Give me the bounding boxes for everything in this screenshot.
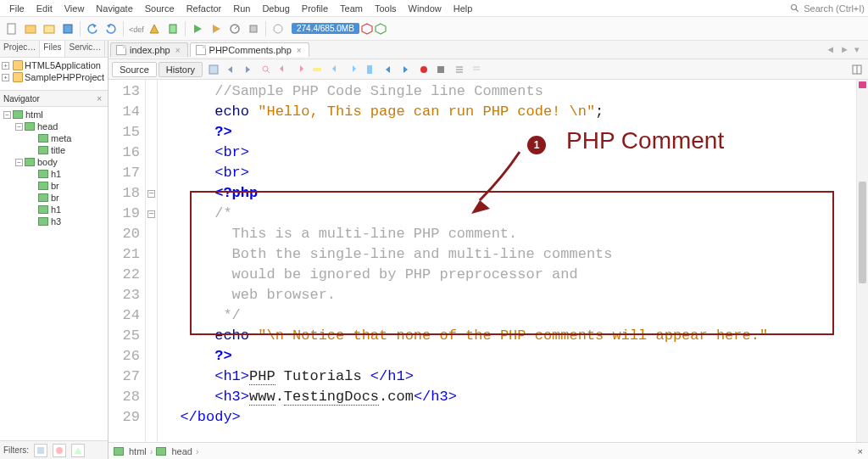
menu-profile[interactable]: Profile [296, 2, 334, 15]
build-button[interactable] [146, 20, 163, 37]
menu-help[interactable]: Help [448, 2, 479, 15]
expand-icon[interactable]: − [15, 123, 23, 131]
code-line[interactable]: <h1>PHP Tutorials </h1> [163, 367, 856, 387]
navigator-node[interactable]: br [2, 180, 106, 192]
find-prev-button[interactable] [275, 62, 291, 77]
find-selection-button[interactable] [259, 62, 274, 77]
filter-button-2[interactable] [53, 444, 66, 457]
redo-button[interactable] [103, 20, 120, 37]
split-button[interactable] [849, 62, 865, 77]
expand-icon[interactable]: + [2, 74, 9, 81]
code-line[interactable]: Both the single-line and multi-line comm… [163, 244, 856, 265]
close-icon[interactable]: × [295, 46, 303, 55]
menu-navigate[interactable]: Navigate [90, 2, 138, 15]
projects-tab[interactable]: Projec… [0, 41, 40, 57]
macro-record-button[interactable] [416, 62, 431, 77]
comment-button[interactable] [452, 62, 467, 77]
code-line[interactable]: */ [163, 305, 856, 326]
menu-window[interactable]: Window [403, 2, 448, 15]
fold-toggle[interactable]: − [147, 190, 155, 198]
menu-file[interactable]: File [3, 2, 31, 15]
code-line[interactable]: <br> [163, 163, 856, 183]
navigator-node[interactable]: title [2, 144, 106, 156]
menu-team[interactable]: Team [334, 2, 369, 15]
clean-button[interactable] [164, 20, 181, 37]
code-line[interactable]: ?> [163, 346, 856, 367]
code-line[interactable]: </body> [163, 407, 856, 428]
toggle-highlight-button[interactable] [309, 62, 325, 77]
services-tab[interactable]: Servic… [65, 41, 105, 57]
navigator-node[interactable]: −head [2, 120, 106, 132]
error-marker[interactable] [859, 81, 866, 88]
project-node[interactable]: +SamplePHPProject [2, 71, 106, 83]
menu-run[interactable]: Run [227, 2, 256, 15]
code-line[interactable]: <br> [163, 143, 856, 163]
last-edit-button[interactable] [206, 62, 221, 77]
shift-right-button[interactable] [398, 62, 413, 77]
expand-icon[interactable]: − [15, 159, 23, 166]
menu-refactor[interactable]: Refactor [181, 2, 228, 15]
profile-button[interactable] [226, 20, 243, 37]
code-line[interactable]: /* [163, 204, 856, 224]
shift-left-button[interactable] [381, 62, 396, 77]
tab-prev-icon[interactable]: ◄ [826, 44, 835, 55]
code-content[interactable]: //Sample PHP Code Single line Comments e… [158, 80, 856, 442]
navigator-node[interactable]: −html [2, 109, 106, 120]
menu-view[interactable]: View [58, 2, 91, 15]
filter-button-1[interactable] [34, 444, 47, 457]
breadcrumb-item[interactable]: head [156, 446, 192, 456]
project-node[interactable]: +HTML5Application [2, 59, 106, 71]
scroll-strip[interactable] [856, 80, 868, 442]
tab-list-icon[interactable]: ▾ [854, 44, 860, 55]
code-line[interactable]: would be ignored by PHP preprocessor and [163, 265, 856, 285]
menu-edit[interactable]: Edit [31, 2, 58, 15]
uncomment-button[interactable] [469, 62, 484, 77]
code-line[interactable]: echo "Hello, This page can run PHP code!… [163, 102, 856, 122]
expand-icon[interactable]: − [3, 111, 11, 119]
close-icon[interactable]: × [174, 46, 182, 55]
history-tab[interactable]: History [159, 62, 203, 77]
back-button[interactable] [223, 62, 238, 77]
file-tab-phpcomments[interactable]: PHPComments.php × [190, 42, 309, 57]
gc-button[interactable] [270, 20, 287, 37]
run-button[interactable] [189, 20, 206, 37]
open-button[interactable] [41, 20, 58, 37]
filter-button-3[interactable] [71, 444, 85, 457]
code-line[interactable]: <?php [163, 183, 856, 204]
prev-bookmark-button[interactable] [328, 62, 343, 77]
file-tab-index[interactable]: index.php × [110, 42, 188, 57]
menu-tools[interactable]: Tools [369, 2, 403, 15]
navigator-node[interactable]: h1 [2, 168, 106, 180]
config-dropdown[interactable]: <def... [127, 20, 144, 37]
debug-button[interactable] [208, 20, 225, 37]
attach-debugger-button[interactable] [245, 20, 262, 37]
find-next-button[interactable] [292, 62, 308, 77]
navigator-node[interactable]: br [2, 192, 106, 204]
macro-stop-button[interactable] [433, 62, 448, 77]
global-search[interactable]: Search (Ctrl+I) [790, 3, 865, 14]
navigator-node[interactable]: h1 [2, 204, 106, 216]
breadcrumb-item[interactable]: html [114, 446, 147, 456]
new-file-button[interactable] [3, 20, 20, 37]
navigator-node[interactable]: −body [2, 156, 106, 168]
menu-debug[interactable]: Debug [256, 2, 295, 15]
code-line[interactable]: //Sample PHP Code Single line Comments [163, 81, 856, 102]
source-tab[interactable]: Source [112, 62, 157, 77]
save-all-button[interactable] [59, 20, 76, 37]
fold-toggle[interactable]: − [147, 210, 155, 218]
forward-button[interactable] [240, 62, 255, 77]
scrollbar-thumb[interactable] [859, 182, 866, 283]
navigator-node[interactable]: meta [2, 132, 106, 144]
menu-source[interactable]: Source [139, 2, 181, 15]
toggle-bookmark-button[interactable] [362, 62, 377, 77]
code-line[interactable]: echo "\n Notice that none of the PHP com… [163, 326, 856, 346]
new-project-button[interactable] [22, 20, 39, 37]
files-tab[interactable]: Files [40, 41, 65, 57]
undo-button[interactable] [84, 20, 101, 37]
code-line[interactable]: web browser. [163, 285, 856, 305]
code-editor[interactable]: 1314151617181920212223242526272829 −− //… [108, 80, 868, 442]
code-line[interactable]: This is a multi-line PHP comment. [163, 224, 856, 244]
expand-icon[interactable]: + [2, 62, 9, 70]
memory-usage[interactable]: 274.4/685.0MB [292, 23, 359, 34]
close-icon[interactable]: × [858, 446, 863, 456]
